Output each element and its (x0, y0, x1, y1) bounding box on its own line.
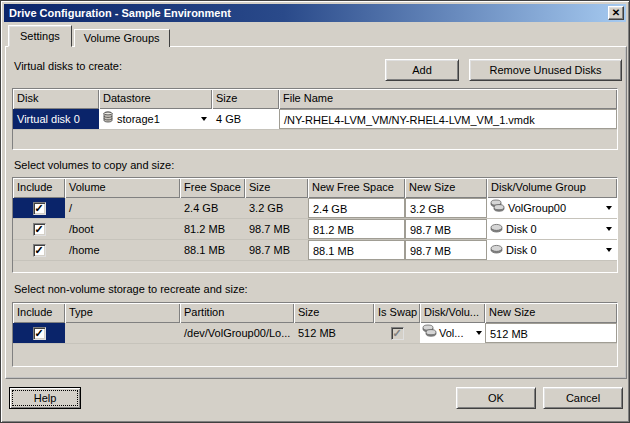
datastore-icon (102, 109, 114, 129)
include-checkbox[interactable]: ✓ (33, 202, 46, 215)
dropdown-arrow-icon[interactable] (606, 227, 612, 231)
disk-volume-group-dropdown[interactable]: Disk 0 (487, 240, 617, 260)
partition-cell: /dev/VolGroup00/Lo... (180, 323, 294, 343)
column-header-datastore: Datastore (99, 89, 212, 109)
drive-configuration-dialog: Drive Configuration - Sample Environment… (0, 0, 630, 423)
virtual-disk-name-cell[interactable]: Virtual disk 0 (13, 109, 99, 129)
column-header-new-size: New Size (405, 178, 487, 198)
include-cell[interactable]: ✓ (13, 198, 65, 218)
titlebar[interactable]: Drive Configuration - Sample Environment… (4, 4, 626, 22)
column-header-new-size: New Size (485, 303, 617, 323)
column-header-disk-volume: Disk/Volu... (420, 303, 485, 323)
column-header-include: Include (13, 178, 65, 198)
size-cell: 3.2 GB (245, 198, 308, 218)
size-cell: 98.7 MB (245, 219, 308, 239)
disk-volume-group-dropdown[interactable]: VolGroup00 (487, 198, 617, 218)
virtual-disks-table: Disk Datastore Size File Name Virtual di… (12, 88, 618, 150)
non-volume-storage-row[interactable]: ✓ /dev/VolGroup00/Lo... 512 MB ✓ Vol... … (13, 323, 617, 344)
size-cell: 512 MB (294, 323, 374, 343)
include-cell[interactable]: ✓ (13, 323, 65, 343)
column-header-volume: Volume (65, 178, 180, 198)
ok-button[interactable]: OK (456, 387, 536, 409)
disk-volume-group-dropdown[interactable]: Disk 0 (487, 219, 617, 239)
new-free-space-field[interactable]: 88.1 MB (308, 240, 405, 260)
volume-row-boot[interactable]: ✓ /boot 81.2 MB 98.7 MB 81.2 MB 98.7 MB … (13, 219, 617, 240)
new-size-field[interactable]: 3.2 GB (405, 198, 487, 218)
column-header-size: Size (294, 303, 374, 323)
column-header-free-space: Free Space (180, 178, 245, 198)
tab-volume-groups[interactable]: Volume Groups (74, 29, 170, 47)
volume-group-icon (422, 323, 437, 343)
virtual-disk-row[interactable]: Virtual disk 0 storage1 4 GB /NY-RHEL4-L… (13, 109, 617, 130)
cancel-button[interactable]: Cancel (543, 387, 623, 409)
window-title: Drive Configuration - Sample Environment (9, 7, 608, 19)
include-cell[interactable]: ✓ (13, 240, 65, 260)
close-icon[interactable]: ✕ (608, 6, 624, 20)
volumes-table: Include Volume Free Space Size New Free … (12, 177, 618, 273)
new-size-field[interactable]: 98.7 MB (405, 240, 487, 260)
virtual-disks-label: Virtual disks to create: (14, 60, 122, 72)
tab-strip: Settings Volume Groups (8, 25, 170, 47)
virtual-disks-header: Disk Datastore Size File Name (13, 89, 617, 109)
datastore-dropdown[interactable]: storage1 (99, 109, 212, 129)
new-size-field[interactable]: 98.7 MB (405, 219, 487, 239)
volume-cell[interactable]: /home (65, 240, 180, 260)
add-button[interactable]: Add (385, 59, 459, 81)
type-cell (65, 323, 180, 343)
datastore-value: storage1 (117, 109, 160, 129)
column-header-disk-volume-group: Disk/Volume Group (487, 178, 617, 198)
include-checkbox[interactable]: ✓ (33, 223, 46, 236)
include-cell[interactable]: ✓ (13, 219, 65, 239)
size-cell: 98.7 MB (245, 240, 308, 260)
column-header-partition: Partition (180, 303, 294, 323)
dropdown-arrow-icon[interactable] (476, 331, 482, 335)
volumes-header: Include Volume Free Space Size New Free … (13, 178, 617, 198)
tab-settings[interactable]: Settings (8, 25, 72, 47)
volume-row-home[interactable]: ✓ /home 88.1 MB 98.7 MB 88.1 MB 98.7 MB … (13, 240, 617, 261)
column-header-include: Include (13, 303, 65, 323)
volume-cell[interactable]: / (65, 198, 180, 218)
disk-volume-group-value: VolGroup00 (508, 198, 566, 218)
disk-volume-dropdown[interactable]: Vol... (420, 323, 485, 343)
settings-tab-pane: Virtual disks to create: Add Remove Unus… (5, 46, 627, 379)
free-space-cell: 88.1 MB (180, 240, 245, 260)
non-volume-storage-header: Include Type Partition Size Is Swap Disk… (13, 303, 617, 323)
column-header-is-swap: Is Swap (374, 303, 420, 323)
dropdown-arrow-icon[interactable] (606, 248, 612, 252)
volumes-label: Select volumes to copy and size: (14, 159, 174, 171)
volume-group-icon (490, 198, 505, 218)
file-name-field[interactable]: /NY-RHEL4-LVM_VM/NY-RHEL4-LVM_VM_1.vmdk (279, 109, 617, 129)
new-size-field[interactable]: 512 MB (485, 323, 617, 343)
volume-row-root[interactable]: ✓ / 2.4 GB 3.2 GB 2.4 GB 3.2 GB VolGroup… (13, 198, 617, 219)
disk-volume-group-value: Disk 0 (506, 219, 537, 239)
column-header-new-free-space: New Free Space (308, 178, 405, 198)
include-checkbox[interactable]: ✓ (33, 244, 46, 257)
non-volume-storage-label: Select non-volume storage to recreate an… (14, 283, 248, 295)
column-header-disk: Disk (13, 89, 99, 109)
disk-icon (490, 219, 503, 239)
free-space-cell: 81.2 MB (180, 219, 245, 239)
dropdown-arrow-icon[interactable] (201, 117, 207, 121)
volume-cell[interactable]: /boot (65, 219, 180, 239)
disk-volume-group-value: Disk 0 (506, 240, 537, 260)
column-header-size: Size (245, 178, 308, 198)
column-header-size: Size (212, 89, 279, 109)
remove-unused-disks-button[interactable]: Remove Unused Disks (469, 59, 622, 81)
free-space-cell: 2.4 GB (180, 198, 245, 218)
new-free-space-field[interactable]: 2.4 GB (308, 198, 405, 218)
disk-volume-value: Vol... (439, 323, 463, 343)
non-volume-storage-table: Include Type Partition Size Is Swap Disk… (12, 302, 618, 367)
column-header-type: Type (65, 303, 180, 323)
dropdown-arrow-icon[interactable] (606, 206, 612, 210)
is-swap-checkbox: ✓ (391, 327, 404, 340)
new-free-space-field[interactable]: 81.2 MB (308, 219, 405, 239)
column-header-file-name: File Name (279, 89, 617, 109)
virtual-disk-size-cell[interactable]: 4 GB (212, 109, 279, 129)
include-checkbox[interactable]: ✓ (33, 327, 46, 340)
is-swap-cell: ✓ (374, 323, 420, 343)
help-button[interactable]: Help (9, 387, 81, 409)
disk-icon (490, 240, 503, 260)
